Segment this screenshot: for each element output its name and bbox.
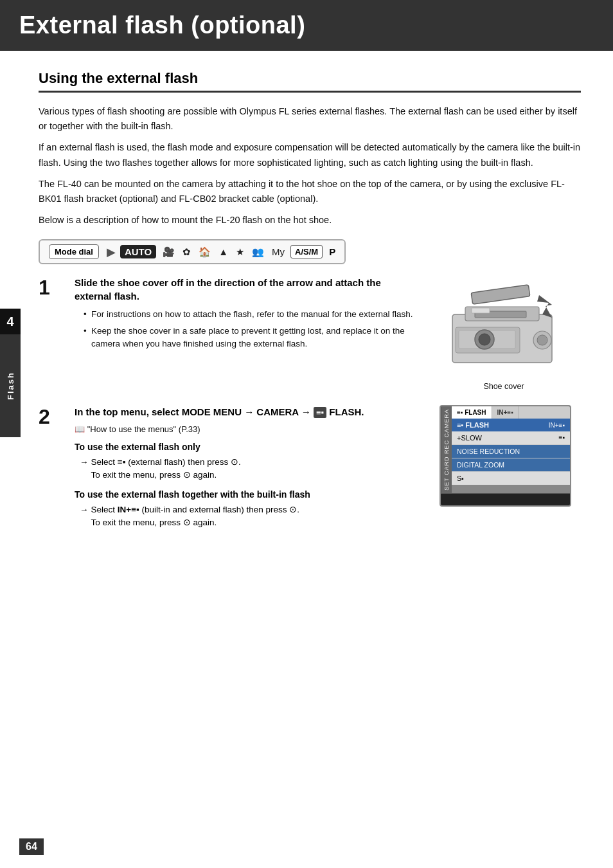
chapter-tab: Flash [0,334,21,437]
step-2-title: In the top menu, select MODE MENU → CAME… [75,405,429,419]
paragraph-3: The FL-40 can be mounted on the camera b… [39,177,581,206]
page-number: 64 [19,838,44,855]
shoe-cover-label: Shoe cover [427,382,581,391]
paragraph-1: Various types of flash shooting are poss… [39,104,581,134]
step-2-text: In the top menu, select MODE MENU → CAME… [75,405,429,531]
mode-icon-5: ★ [236,246,244,258]
page-title: External flash (optional) [19,12,594,39]
mode-dial-row: Mode dial ▶ AUTO 🎥 ✿ 🏠 ▲ ★ 👥 My A/S/M P [39,239,346,264]
step-2: 2 In the top menu, select MODE MENU → CA… [39,405,581,531]
section-heading: Using the external flash [39,70,581,93]
paragraph-4: Below is a description of how to mount t… [39,213,581,228]
book-reference: 📖 "How to use the menus" (P.33) [75,424,429,434]
chapter-number: 4 [0,309,21,334]
mode-icon-1: 🎥 [163,246,175,258]
mode-p: P [329,246,335,257]
svg-rect-11 [472,308,490,313]
shoe-cover-svg [433,276,574,379]
step-1: 1 Slide the shoe cover off in the direct… [39,276,581,391]
mode-asm: A/S/M [290,245,323,258]
svg-point-10 [479,334,490,345]
sub-heading-2: To use the external flash together with … [75,489,429,500]
step-1-bullet-1: For instructions on how to attach the fl… [84,308,416,321]
camera-menu-mockup: SET CARD REC CAMERA ≡▪ FLASH IN+≡▪ [440,405,571,507]
svg-point-6 [537,335,547,345]
sub-section-1: To use the external flash only → Select … [75,442,429,482]
mode-dial-label: Mode dial [49,244,99,259]
title-banner: External flash (optional) [0,0,613,51]
step-1-number: 1 [39,277,63,391]
step-1-body: Slide the shoe cover off in the directio… [75,276,581,391]
mode-icon-4: ▲ [218,246,228,257]
step-1-text: Slide the shoe cover off in the directio… [75,276,416,391]
step-2-number: 2 [39,406,63,531]
mode-icon-7: My [272,246,285,257]
step-1-bullet-2: Keep the shoe cover in a safe place to p… [84,325,416,351]
main-content: Using the external flash Various types o… [0,51,613,559]
mode-icon-2: ✿ [182,246,191,258]
sub-heading-1: To use the external flash only [75,442,429,452]
sub-text-2: → Select IN+≡▪ (built-in and external fl… [80,503,429,530]
paragraph-2: If an external flash is used, the flash … [39,140,581,170]
svg-rect-4 [471,285,530,304]
step-2-content: In the top menu, select MODE MENU → CAME… [75,405,581,531]
mode-auto: AUTO [120,245,156,258]
sub-text-1: → Select ≡▪ (external flash) then press … [80,456,429,482]
mode-icon-3: 🏠 [199,246,211,258]
step-1-image: Shoe cover [427,276,581,391]
mode-icon-6: 👥 [252,246,264,258]
steps-container: 1 Slide the shoe cover off in the direct… [39,276,581,531]
mode-dial-arrow: ▶ [107,245,116,259]
step-2-image: SET CARD REC CAMERA ≡▪ FLASH IN+≡▪ [440,405,581,531]
step-1-content: Slide the shoe cover off in the directio… [75,276,581,391]
step-2-body: In the top menu, select MODE MENU → CAME… [75,405,581,531]
step-1-title: Slide the shoe cover off in the directio… [75,276,416,303]
sub-section-2: To use the external flash together with … [75,489,429,530]
